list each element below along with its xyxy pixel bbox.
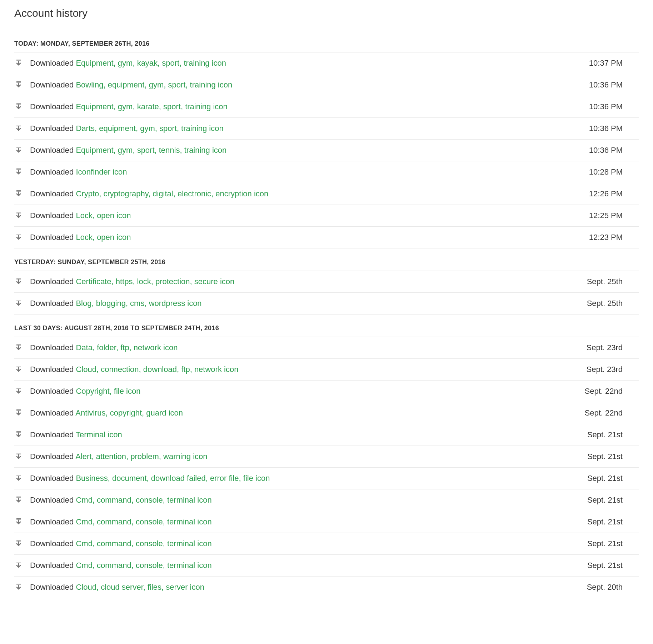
icon-link[interactable]: Equipment, gym, kayak, sport, training i…: [76, 59, 226, 67]
download-icon: [14, 388, 23, 395]
icon-link[interactable]: Copyright, file icon: [76, 387, 140, 396]
history-row-time: Sept. 21st: [580, 495, 639, 505]
svg-rect-38: [16, 518, 21, 519]
history-container: TODAY: MONDAY, SEPTEMBER 26TH, 2016 Down…: [14, 30, 639, 598]
svg-rect-28: [16, 409, 21, 410]
action-label: Downloaded: [30, 299, 74, 308]
download-icon: [14, 147, 23, 154]
download-icon: [14, 125, 23, 132]
history-row-text: Downloaded Cmd, command, console, termin…: [30, 517, 580, 527]
history-row-time: Sept. 22nd: [578, 387, 639, 396]
action-label: Downloaded: [30, 102, 74, 111]
svg-rect-40: [16, 540, 21, 540]
history-row-text: Downloaded Blog, blogging, cms, wordpres…: [30, 299, 580, 308]
section-heading: LAST 30 DAYS: AUGUST 28TH, 2016 TO SEPTE…: [14, 315, 639, 337]
icon-link[interactable]: Antivirus, copyright, guard icon: [75, 408, 183, 417]
history-row-time: Sept. 20th: [580, 583, 639, 592]
svg-rect-20: [16, 300, 21, 300]
download-icon: [14, 475, 23, 482]
icon-link[interactable]: Certificate, https, lock, protection, se…: [76, 277, 234, 286]
history-row: Downloaded Equipment, gym, karate, sport…: [14, 96, 639, 118]
history-row-time: Sept. 21st: [580, 474, 639, 483]
svg-rect-22: [16, 344, 21, 344]
download-icon: [14, 497, 23, 504]
svg-rect-10: [16, 168, 21, 169]
icon-link[interactable]: Cmd, command, console, terminal icon: [76, 539, 211, 548]
icon-link[interactable]: Crypto, cryptography, digital, electroni…: [76, 189, 268, 198]
action-label: Downloaded: [30, 561, 74, 570]
action-label: Downloaded: [30, 474, 74, 483]
history-row-time: Sept. 21st: [580, 539, 639, 548]
page-title: Account history: [14, 7, 639, 19]
history-row: Downloaded Cloud, cloud server, files, s…: [14, 576, 639, 598]
download-icon: [14, 103, 23, 110]
action-label: Downloaded: [30, 124, 74, 133]
history-row: Downloaded Alert, attention, problem, wa…: [14, 446, 639, 468]
history-row: Downloaded Certificate, https, lock, pro…: [14, 271, 639, 293]
action-label: Downloaded: [30, 189, 74, 198]
history-row: Downloaded Lock, open icon12:25 PM: [14, 205, 639, 227]
svg-rect-32: [16, 453, 21, 453]
download-icon: [14, 300, 23, 307]
icon-link[interactable]: Bowling, equipment, gym, sport, training…: [76, 80, 232, 89]
history-row-text: Downloaded Iconfinder icon: [30, 167, 582, 177]
history-row-time: Sept. 21st: [580, 517, 639, 527]
history-row: Downloaded Antivirus, copyright, guard i…: [14, 402, 639, 424]
history-row: Downloaded Cmd, command, console, termin…: [14, 533, 639, 555]
history-row-time: 12:25 PM: [582, 211, 639, 220]
action-label: Downloaded: [30, 59, 74, 67]
action-label: Downloaded: [30, 430, 74, 439]
history-row-time: Sept. 23rd: [579, 365, 639, 374]
download-icon: [14, 212, 23, 219]
download-icon: [14, 453, 23, 460]
history-row-time: 10:36 PM: [582, 146, 639, 155]
icon-link[interactable]: Cloud, cloud server, files, server icon: [76, 583, 204, 592]
icon-link[interactable]: Lock, open icon: [76, 233, 131, 242]
history-row-text: Downloaded Cloud, cloud server, files, s…: [30, 583, 580, 592]
svg-rect-42: [16, 562, 21, 562]
history-row: Downloaded Data, folder, ftp, network ic…: [14, 337, 639, 359]
icon-link[interactable]: Data, folder, ftp, network icon: [76, 343, 178, 352]
history-row-text: Downloaded Cloud, connection, download, …: [30, 365, 579, 374]
icon-link[interactable]: Cmd, command, console, terminal icon: [76, 561, 211, 570]
download-icon: [14, 518, 23, 525]
history-row-text: Downloaded Lock, open icon: [30, 233, 582, 242]
icon-link[interactable]: Business, document, download failed, err…: [76, 474, 270, 483]
icon-link[interactable]: Blog, blogging, cms, wordpress icon: [76, 299, 201, 308]
icon-link[interactable]: Iconfinder icon: [76, 167, 127, 176]
action-label: Downloaded: [30, 277, 74, 286]
download-icon: [14, 431, 23, 438]
svg-rect-12: [16, 190, 21, 191]
history-row-time: Sept. 25th: [580, 299, 639, 308]
icon-link[interactable]: Lock, open icon: [76, 211, 131, 220]
icon-link[interactable]: Cloud, connection, download, ftp, networ…: [76, 365, 238, 374]
history-row-text: Downloaded Data, folder, ftp, network ic…: [30, 343, 579, 352]
history-row-text: Downloaded Cmd, command, console, termin…: [30, 495, 580, 505]
icon-link[interactable]: Alert, attention, problem, warning icon: [75, 452, 207, 461]
action-label: Downloaded: [30, 387, 74, 396]
svg-rect-26: [16, 388, 21, 388]
download-icon: [14, 366, 23, 373]
history-row-text: Downloaded Antivirus, copyright, guard i…: [30, 408, 578, 418]
history-row: Downloaded Cloud, connection, download, …: [14, 358, 639, 381]
history-row-text: Downloaded Equipment, gym, kayak, sport,…: [30, 59, 582, 68]
history-row-time: Sept. 25th: [580, 277, 639, 286]
history-row-time: 12:23 PM: [582, 233, 639, 242]
icon-link[interactable]: Equipment, gym, sport, tennis, training …: [76, 146, 226, 155]
history-row-time: 12:26 PM: [582, 189, 639, 198]
history-row: Downloaded Cmd, command, console, termin…: [14, 489, 639, 511]
history-row-text: Downloaded Darts, equipment, gym, sport,…: [30, 124, 582, 133]
icon-link[interactable]: Darts, equipment, gym, sport, training i…: [76, 124, 223, 133]
icon-link[interactable]: Cmd, command, console, terminal icon: [76, 517, 211, 526]
action-label: Downloaded: [30, 408, 74, 417]
icon-link[interactable]: Equipment, gym, karate, sport, training …: [76, 102, 227, 111]
download-icon: [14, 584, 23, 591]
history-row-text: Downloaded Bowling, equipment, gym, spor…: [30, 80, 582, 90]
section-heading: TODAY: MONDAY, SEPTEMBER 26TH, 2016: [14, 30, 639, 52]
icon-link[interactable]: Terminal icon: [76, 430, 122, 439]
download-icon: [14, 168, 23, 176]
history-row-text: Downloaded Business, document, download …: [30, 474, 580, 483]
history-row: Downloaded Equipment, gym, sport, tennis…: [14, 139, 639, 161]
icon-link[interactable]: Cmd, command, console, terminal icon: [76, 495, 211, 504]
history-row-time: Sept. 21st: [580, 561, 639, 570]
